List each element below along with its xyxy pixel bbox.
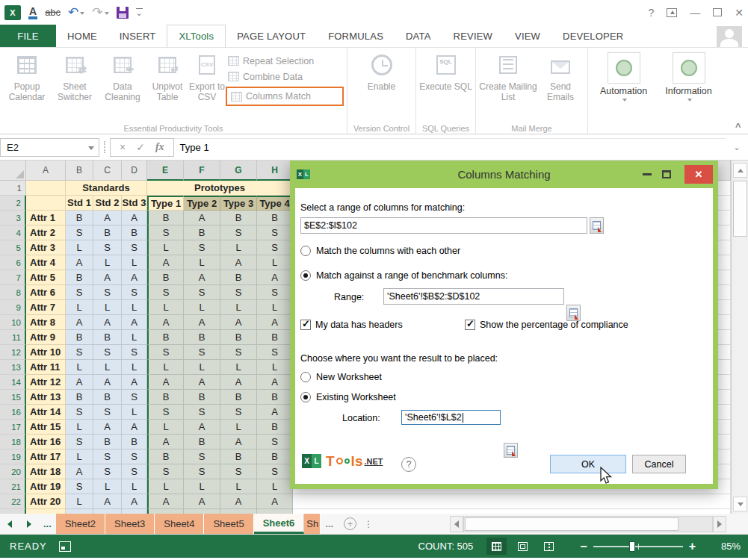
dialog-minimize-icon[interactable]: [643, 173, 652, 175]
cell-proto[interactable]: L: [257, 479, 293, 494]
cell-std[interactable]: B: [66, 211, 93, 225]
cell-proto[interactable]: S: [220, 285, 257, 300]
cell-std[interactable]: S: [122, 464, 147, 479]
undo-button[interactable]: ↶: [68, 4, 84, 20]
execute-sql-button[interactable]: SQL Execute SQL: [419, 50, 472, 122]
cell-attr-label[interactable]: Attr 17: [26, 449, 66, 464]
ok-button[interactable]: OK: [550, 455, 626, 473]
cell-proto[interactable]: L: [257, 300, 293, 315]
formula-input[interactable]: Type 1: [174, 138, 726, 157]
cell-attr-label[interactable]: Attr 12: [26, 375, 66, 390]
cell-std[interactable]: S: [93, 285, 122, 300]
cell-proto[interactable]: B: [257, 330, 293, 345]
cell-proto[interactable]: A: [147, 315, 184, 330]
unpivot-table-button[interactable]: ↵ Unpivot Table: [146, 50, 188, 122]
cell-proto[interactable]: B: [220, 270, 257, 285]
columns-match-button[interactable]: Columns Match: [226, 87, 344, 106]
cell-proto[interactable]: L: [220, 300, 257, 315]
new-sheet-icon[interactable]: +: [344, 517, 356, 530]
information-button[interactable]: Information: [656, 51, 721, 122]
cell-proto[interactable]: A: [184, 375, 220, 390]
cell-proto[interactable]: L: [220, 360, 257, 375]
cell-proto[interactable]: S: [147, 345, 184, 360]
merged-cell-standards[interactable]: Standards: [66, 181, 147, 196]
tab-data[interactable]: DATA: [395, 25, 442, 47]
cell-std[interactable]: L: [122, 330, 147, 345]
zoom-thumb[interactable]: [629, 541, 635, 552]
cell-proto[interactable]: A: [257, 375, 293, 390]
zoom-level[interactable]: 85%: [709, 541, 741, 552]
cell-std[interactable]: S: [93, 464, 122, 479]
export-to-csv-button[interactable]: CSV Export to CSV: [188, 50, 226, 122]
tab-xltools[interactable]: XLTools: [167, 25, 226, 47]
cell-header-Type2[interactable]: Type 2: [184, 196, 220, 211]
xltools-logo[interactable]: XL T ls .NET: [302, 454, 383, 468]
popup-calendar-button[interactable]: Popup Calendar: [3, 50, 51, 122]
cell-proto[interactable]: A: [184, 270, 220, 285]
cell-proto[interactable]: S: [220, 225, 257, 240]
cell-proto[interactable]: S: [184, 345, 220, 360]
cell-std[interactable]: S: [66, 285, 93, 300]
sheet-tab-sh[interactable]: Sh: [304, 514, 321, 534]
sheet-tab-sheet6[interactable]: Sheet6: [254, 514, 305, 534]
cell-attr-label[interactable]: Attr 9: [26, 330, 66, 345]
cell-std[interactable]: B: [122, 225, 147, 240]
cell-proto[interactable]: A: [257, 270, 293, 285]
cell-std[interactable]: A: [66, 315, 93, 330]
cell-proto[interactable]: L: [257, 360, 293, 375]
column-header-E[interactable]: E: [147, 161, 184, 181]
cell-std[interactable]: L: [66, 494, 93, 509]
macro-record-icon[interactable]: [59, 541, 71, 552]
confirm-entry-icon[interactable]: ✓: [136, 141, 145, 153]
dialog-close-icon[interactable]: ✕: [684, 165, 713, 184]
row-header-13[interactable]: 13: [0, 360, 26, 375]
cell-std[interactable]: S: [66, 345, 93, 360]
cell-proto[interactable]: A: [147, 435, 184, 449]
row-header-6[interactable]: 6: [0, 255, 26, 270]
cell-std[interactable]: L: [93, 360, 122, 375]
cell-proto[interactable]: B: [257, 420, 293, 435]
radio-match-each-other[interactable]: Match the columns with each other: [300, 246, 460, 256]
cell-std[interactable]: S: [93, 449, 122, 464]
zoom-in-icon[interactable]: +: [683, 540, 702, 553]
cell-std[interactable]: S: [93, 405, 122, 420]
cell-proto[interactable]: S: [184, 240, 220, 255]
row-header-20[interactable]: 20: [0, 464, 26, 479]
cell-attr-label[interactable]: Attr 20: [26, 494, 66, 509]
tab-review[interactable]: REVIEW: [442, 25, 504, 47]
cell-attr-label[interactable]: Attr 4: [26, 255, 66, 270]
cell-proto[interactable]: B: [257, 211, 293, 225]
cell-proto[interactable]: L: [220, 420, 257, 435]
select-all-corner[interactable]: [0, 161, 26, 181]
cell-std[interactable]: S: [122, 240, 147, 255]
range-input[interactable]: $E$2:$I$102: [300, 217, 587, 234]
column-header-B[interactable]: B: [66, 161, 93, 181]
location-input[interactable]: 'Sheet6'!$L$2: [401, 410, 501, 425]
radio-new-worksheet[interactable]: New Worksheet: [300, 372, 382, 382]
cell-proto[interactable]: L: [147, 479, 184, 494]
vertical-scrollbar[interactable]: [731, 161, 748, 514]
sheet-nav-right-icon[interactable]: [19, 514, 39, 534]
dialog-maximize-icon[interactable]: [662, 170, 671, 178]
cell-attr-label[interactable]: Attr 18: [26, 464, 66, 479]
cell-std[interactable]: A: [122, 211, 147, 225]
user-avatar[interactable]: [717, 26, 742, 47]
tab-developer[interactable]: DEVELOPER: [551, 25, 634, 47]
column-header-F[interactable]: F: [184, 161, 220, 181]
tab-page-layout[interactable]: PAGE LAYOUT: [226, 25, 317, 47]
font-color-icon[interactable]: A: [28, 6, 37, 19]
redo-button[interactable]: ↷: [92, 4, 108, 20]
cell-std[interactable]: A: [122, 375, 147, 390]
cell-std[interactable]: B: [66, 390, 93, 405]
cell-header-Std1[interactable]: Std 1: [66, 196, 93, 211]
cell-std[interactable]: A: [66, 375, 93, 390]
cell-proto[interactable]: S: [147, 285, 184, 300]
cell-proto[interactable]: L: [147, 360, 184, 375]
cell-std[interactable]: B: [122, 435, 147, 449]
cell-std[interactable]: A: [122, 420, 147, 435]
insert-function-icon[interactable]: fx: [155, 141, 164, 153]
cell-proto[interactable]: S: [147, 225, 184, 240]
cell-proto[interactable]: A: [184, 315, 220, 330]
cell-proto[interactable]: L: [184, 300, 220, 315]
location-picker-button[interactable]: [504, 443, 518, 458]
